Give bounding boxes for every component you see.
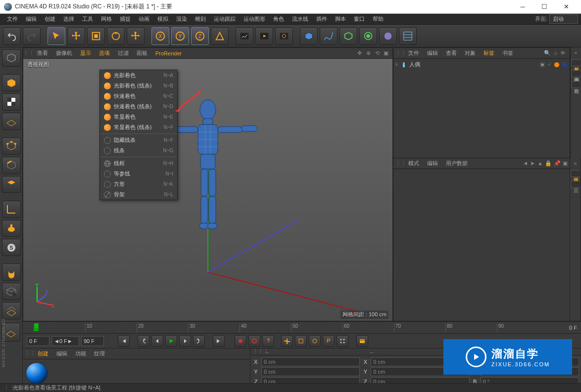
- render-view-button[interactable]: [255, 27, 273, 45]
- phong-tag-icon[interactable]: [554, 62, 560, 68]
- workplane-mode-button[interactable]: [2, 113, 21, 130]
- soft-select-button[interactable]: [2, 263, 21, 281]
- vp-menu-prorender[interactable]: ProRender: [151, 49, 186, 57]
- generator-button[interactable]: [339, 27, 357, 45]
- tab-structure[interactable]: 对象: [571, 59, 581, 66]
- vp-nav-orbit-icon[interactable]: ⟲: [374, 50, 381, 57]
- vp-menu-view[interactable]: 查看: [33, 48, 52, 58]
- burger-icon[interactable]: ⋮⋮⋮: [25, 350, 34, 357]
- menu-select[interactable]: 选择: [59, 14, 78, 24]
- axis-x-button[interactable]: X: [151, 27, 169, 45]
- menu-plugins[interactable]: 插件: [312, 14, 331, 24]
- render-queue-button[interactable]: [275, 27, 293, 45]
- om-bookmarks[interactable]: 书签: [498, 48, 517, 58]
- next-frame-button[interactable]: [179, 335, 191, 347]
- menu-render[interactable]: 渲染: [172, 14, 191, 24]
- camera-button[interactable]: [399, 27, 417, 45]
- render-settings-button[interactable]: [236, 27, 253, 45]
- recent-tool[interactable]: [127, 27, 145, 45]
- attr-mode[interactable]: 模式: [404, 159, 423, 168]
- om-object-row[interactable]: ⊦ 人偶 ✓: [395, 61, 568, 68]
- menu-create[interactable]: 创建: [41, 14, 59, 24]
- snap-button[interactable]: S: [2, 239, 21, 256]
- om-tags[interactable]: 标签: [480, 48, 498, 58]
- pin-icon[interactable]: 📌: [554, 160, 561, 167]
- nav-back-icon[interactable]: ◄: [523, 160, 528, 167]
- om-tree[interactable]: ⊦ 人偶 ✓: [393, 59, 570, 158]
- viewport-solo-button[interactable]: [2, 302, 21, 319]
- om-view[interactable]: 查看: [442, 48, 461, 58]
- close-button[interactable]: ✕: [555, 0, 577, 14]
- om-objects[interactable]: 对象: [461, 48, 480, 58]
- menu-edit[interactable]: 编辑: [22, 14, 41, 24]
- om-edit[interactable]: 编辑: [423, 48, 442, 58]
- menu-snap[interactable]: 捕捉: [116, 14, 135, 24]
- workplane-button[interactable]: [2, 283, 21, 300]
- coord-system-button[interactable]: [211, 27, 229, 45]
- axis-mode-button[interactable]: [2, 201, 21, 218]
- rotate-tool[interactable]: [107, 27, 125, 45]
- menu-tracking[interactable]: 运动跟踪: [210, 14, 240, 24]
- menu-tools[interactable]: 工具: [78, 14, 97, 24]
- tab-layer2[interactable]: 层: [571, 181, 580, 188]
- tab-layer[interactable]: 内容浏览器: [571, 70, 581, 77]
- tex-tag-icon[interactable]: [562, 62, 568, 68]
- vp-menu-filter[interactable]: 过滤: [114, 48, 133, 58]
- timeline-ruler[interactable]: 0102030405060708090 0 F: [23, 321, 581, 333]
- display-option[interactable]: 光影着色 (线条)N~B: [100, 81, 177, 91]
- record-button[interactable]: [235, 335, 246, 347]
- burger-icon[interactable]: ⋮⋮⋮: [252, 348, 261, 355]
- tweak-mode-button[interactable]: [2, 220, 21, 237]
- menu-pipeline[interactable]: 流水线: [288, 14, 312, 24]
- nav-up-icon[interactable]: ▲: [537, 160, 543, 167]
- end-frame-input[interactable]: 90 F: [81, 336, 104, 346]
- pos-input[interactable]: 0 cm: [261, 357, 360, 366]
- current-frame-input[interactable]: ◄ 0 F ►: [51, 336, 79, 346]
- display-option[interactable]: 常显着色N~E: [100, 112, 177, 122]
- display-option[interactable]: 常显着色 (线条)N~F: [100, 122, 177, 132]
- mat-edit[interactable]: 编辑: [52, 349, 71, 358]
- lock-icon[interactable]: 🔒: [545, 160, 552, 167]
- object-name[interactable]: 人偶: [409, 61, 420, 68]
- poly-mode-button[interactable]: [2, 176, 21, 193]
- move-tool[interactable]: [67, 27, 85, 45]
- maximize-button[interactable]: ☐: [533, 0, 555, 14]
- attr-edit[interactable]: 编辑: [423, 159, 442, 168]
- display-option[interactable]: 线条N~G: [100, 145, 177, 156]
- new-icon[interactable]: ▣: [563, 160, 568, 167]
- start-frame-input[interactable]: 0 F: [27, 336, 49, 346]
- menu-mesh[interactable]: 网格: [97, 14, 116, 24]
- menu-mograph[interactable]: 运动图形: [240, 14, 269, 24]
- eye-icon[interactable]: 👁: [560, 50, 566, 56]
- point-mode-button[interactable]: [2, 137, 21, 155]
- burger-icon[interactable]: ⋮⋮⋮: [4, 385, 13, 391]
- undo-button[interactable]: [3, 27, 21, 45]
- spline-button[interactable]: [320, 27, 338, 45]
- environment-button[interactable]: [379, 27, 397, 45]
- menu-sculpt[interactable]: 雕刻: [191, 14, 210, 24]
- display-option[interactable]: 骨架N~L: [100, 189, 177, 200]
- deformer-button[interactable]: [359, 27, 377, 45]
- mat-texture[interactable]: 纹理: [90, 349, 109, 358]
- play-button[interactable]: [165, 335, 177, 347]
- vp-nav-pan-icon[interactable]: ✥: [356, 50, 363, 57]
- menu-help[interactable]: 帮助: [369, 14, 387, 24]
- menu-window[interactable]: 窗口: [350, 14, 369, 24]
- vp-nav-zoom-icon[interactable]: ⊕: [365, 50, 372, 57]
- minimize-button[interactable]: ─: [512, 0, 533, 14]
- display-option[interactable]: 线框N~H: [100, 157, 177, 169]
- pos-input[interactable]: 0 cm: [261, 367, 360, 376]
- burger-icon[interactable]: ⋮⋮⋮: [23, 50, 33, 56]
- display-option[interactable]: 光影着色N~A: [100, 70, 177, 81]
- expand-icon[interactable]: «: [574, 49, 577, 55]
- layout-button[interactable]: [356, 335, 368, 347]
- menu-file[interactable]: 文件: [3, 14, 22, 24]
- display-option[interactable]: 快速着色N~C: [100, 91, 177, 101]
- scale-key-button[interactable]: [295, 335, 307, 347]
- enable-toggle[interactable]: ✓: [547, 61, 552, 68]
- pos-key-button[interactable]: [281, 335, 293, 347]
- redo-button[interactable]: [23, 27, 41, 45]
- menu-simulate[interactable]: 模拟: [153, 14, 172, 24]
- prev-key-button[interactable]: [138, 335, 149, 347]
- vp-nav-toggle-icon[interactable]: ▣: [383, 50, 389, 57]
